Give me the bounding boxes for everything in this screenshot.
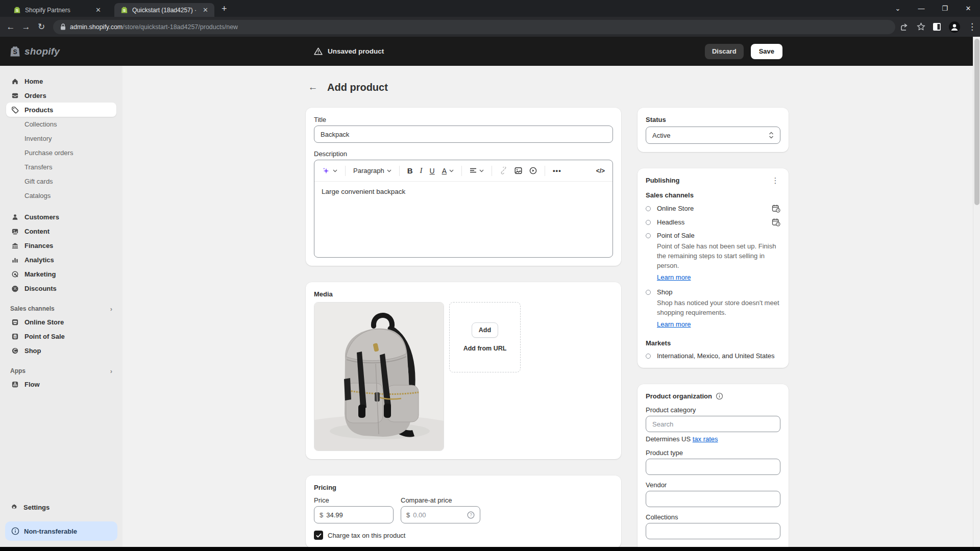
discard-button[interactable]: Discard xyxy=(705,44,744,59)
home-icon xyxy=(10,78,19,85)
tab-close-icon[interactable]: ✕ xyxy=(94,6,102,14)
tab-quickstart-products[interactable]: S Quickstart (18ad4257) · Products ✕ xyxy=(114,3,214,17)
save-bar-actions: Discard Save xyxy=(705,44,782,59)
text-color-button[interactable]: A xyxy=(439,164,456,178)
sidebar-item-shop[interactable]: Shop xyxy=(6,343,116,358)
more-formatting-button[interactable]: ••• xyxy=(550,164,564,178)
analytics-icon xyxy=(10,256,19,264)
title-input[interactable] xyxy=(314,126,613,143)
finances-bank-icon xyxy=(10,242,19,249)
channel-name: Headless xyxy=(657,218,766,226)
sidebar-item-transfers[interactable]: Transfers xyxy=(6,160,116,174)
sales-channels-header[interactable]: Sales channels › xyxy=(10,303,112,315)
content-icon xyxy=(10,228,19,235)
add-media-button[interactable]: Add xyxy=(472,322,498,338)
side-panel-icon[interactable] xyxy=(933,22,941,31)
reload-button[interactable]: ↻ xyxy=(34,21,49,32)
window-chevron-icon[interactable]: ⌄ xyxy=(886,5,910,12)
editor-toolbar: Paragraph B I U A xyxy=(314,160,612,182)
product-category-input[interactable] xyxy=(646,416,780,432)
sidebar-item-customers[interactable]: Customers xyxy=(6,210,116,224)
sidebar-item-analytics[interactable]: Analytics xyxy=(6,253,116,267)
svg-text:?: ? xyxy=(470,512,472,517)
sidebar-item-online-store[interactable]: Online Store xyxy=(6,315,116,329)
link-icon xyxy=(500,167,507,174)
show-html-button[interactable]: </> xyxy=(594,164,607,178)
schedule-calendar-icon[interactable] xyxy=(772,204,780,213)
sidebar-item-collections[interactable]: Collections xyxy=(6,117,116,131)
bold-button[interactable]: B xyxy=(405,164,415,178)
sidebar-item-finances[interactable]: Finances xyxy=(6,238,116,253)
point-of-sale-icon: $ xyxy=(10,333,19,340)
sidebar-item-gift-cards[interactable]: Gift cards xyxy=(6,174,116,188)
schedule-calendar-icon[interactable] xyxy=(772,218,780,227)
forward-button[interactable]: → xyxy=(18,22,34,32)
back-button[interactable]: ← xyxy=(3,22,18,32)
charge-tax-checkbox[interactable] xyxy=(314,531,323,540)
sidebar-item-content[interactable]: Content xyxy=(6,224,116,238)
sidebar-item-flow[interactable]: Flow xyxy=(6,377,116,391)
add-from-url-button[interactable]: Add from URL xyxy=(463,345,507,352)
help-question-icon[interactable]: ? xyxy=(467,511,475,519)
non-transferable-badge[interactable]: Non-transferable xyxy=(5,521,117,541)
back-arrow-button[interactable]: ← xyxy=(306,80,320,94)
apps-header[interactable]: Apps › xyxy=(10,365,112,377)
sidebar-item-label: Finances xyxy=(24,242,53,249)
url-domain: admin.shopify.com xyxy=(70,23,122,31)
scrollbar-thumb[interactable] xyxy=(974,39,979,205)
window-restore-button[interactable]: ❐ xyxy=(933,5,957,12)
chevron-down-icon xyxy=(333,169,337,172)
learn-more-link[interactable]: Learn more xyxy=(657,320,691,328)
compare-price-input[interactable] xyxy=(413,511,464,519)
vendor-input[interactable] xyxy=(646,491,780,507)
address-bar[interactable]: admin.shopify.com/store/quickstart-18ad4… xyxy=(53,20,895,34)
price-input[interactable] xyxy=(326,511,388,519)
insert-image-button[interactable] xyxy=(512,164,525,178)
browser-menu-icon[interactable]: ⋮ xyxy=(968,21,974,32)
insert-video-button[interactable] xyxy=(527,164,540,178)
sidebar-item-home[interactable]: Home xyxy=(6,74,116,88)
product-organization-card: Product organization Product category De… xyxy=(638,384,789,547)
sidebar-item-discounts[interactable]: Discounts xyxy=(6,281,116,295)
profile-avatar[interactable] xyxy=(948,21,961,33)
alignment-button[interactable] xyxy=(467,164,486,178)
sidebar-item-inventory[interactable]: Inventory xyxy=(6,131,116,145)
ai-magic-button[interactable] xyxy=(320,164,340,178)
italic-button[interactable]: I xyxy=(418,164,425,178)
sidebar-item-point-of-sale[interactable]: $ Point of Sale xyxy=(6,329,116,343)
product-type-input[interactable] xyxy=(646,459,780,475)
paragraph-style-button[interactable]: Paragraph xyxy=(351,164,394,178)
sidebar-item-purchase-orders[interactable]: Purchase orders xyxy=(6,145,116,160)
sidebar-item-marketing[interactable]: Marketing xyxy=(6,267,116,281)
link-button[interactable] xyxy=(497,164,510,178)
sparkle-icon xyxy=(322,167,330,175)
info-icon[interactable] xyxy=(716,392,723,400)
learn-more-link[interactable]: Learn more xyxy=(657,273,691,281)
status-select[interactable]: Active xyxy=(646,127,780,144)
description-editor: Paragraph B I U A xyxy=(314,160,613,258)
save-button[interactable]: Save xyxy=(751,44,782,59)
sidebar-item-settings[interactable]: Settings xyxy=(5,500,117,514)
window-minimize-button[interactable]: — xyxy=(910,5,933,12)
window-close-button[interactable]: ✕ xyxy=(957,5,980,12)
markets-label: Markets xyxy=(646,339,780,347)
sidebar-item-products[interactable]: Products xyxy=(6,103,116,117)
share-icon[interactable] xyxy=(900,23,910,31)
sidebar-item-catalogs[interactable]: Catalogs xyxy=(6,188,116,203)
sidebar-item-label: Online Store xyxy=(24,318,64,326)
description-textarea[interactable]: Large convenient backpack xyxy=(314,182,612,257)
unsaved-status: Unsaved product xyxy=(314,47,384,55)
publishing-menu-icon[interactable]: ⋮ xyxy=(770,179,780,182)
collections-input[interactable] xyxy=(646,523,780,539)
product-image-backpack[interactable] xyxy=(314,302,444,451)
new-tab-button[interactable]: + xyxy=(222,4,227,14)
channel-point-of-sale: Point of Sale xyxy=(646,232,780,239)
page-scrollbar[interactable] xyxy=(973,37,980,547)
tab-close-icon[interactable]: ✕ xyxy=(202,6,209,14)
sidebar-item-orders[interactable]: Orders xyxy=(6,88,116,103)
underline-button[interactable]: U xyxy=(427,164,437,178)
shopify-logo[interactable]: S shopify xyxy=(9,45,122,58)
tab-shopify-partners[interactable]: S Shopify Partners ✕ xyxy=(7,3,107,17)
bookmark-star-icon[interactable] xyxy=(917,22,925,31)
tax-rates-link[interactable]: tax rates xyxy=(693,435,718,443)
